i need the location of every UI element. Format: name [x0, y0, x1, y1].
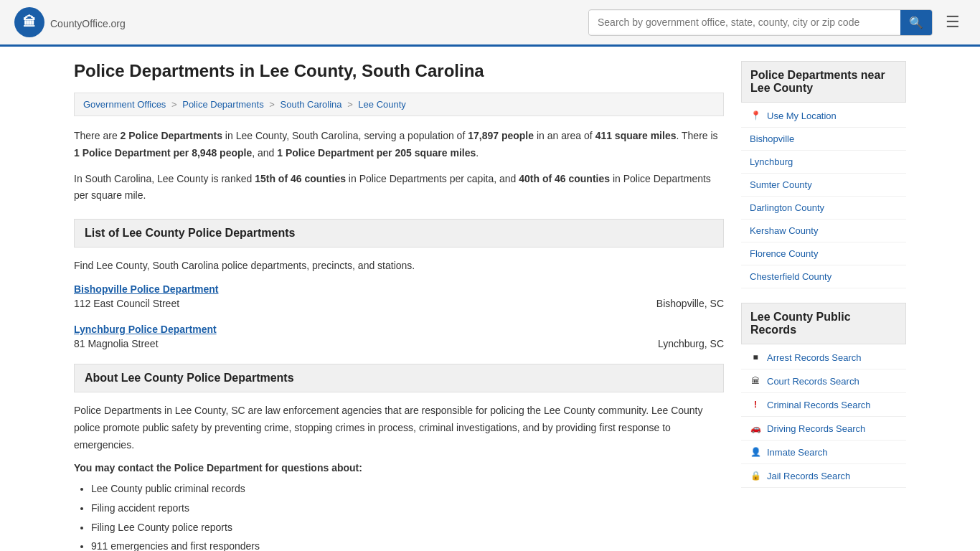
inmate-search-icon: 👤	[750, 446, 761, 458]
criminal-records-icon: !	[750, 399, 761, 410]
menu-button[interactable]: ☰	[940, 10, 966, 34]
breadcrumb-police-departments[interactable]: Police Departments	[182, 99, 263, 110]
contact-item-3: Filing Lee County police reports	[91, 518, 724, 537]
logo-area: 🏛 CountyOffice.org	[14, 7, 126, 37]
contact-item-2: Filing accident reports	[91, 499, 724, 518]
dept-lynchburg-city: Lynchburg, SC	[658, 338, 724, 349]
site-header: 🏛 CountyOffice.org 🔍 ☰	[0, 0, 980, 47]
dept-bishopville: Bishopville Police Department 112 East C…	[74, 283, 724, 309]
breadcrumb-south-carolina[interactable]: South Carolina	[281, 99, 342, 110]
driving-records-label: Driving Records Search	[767, 423, 865, 434]
logo-text: CountyOffice.org	[50, 14, 126, 31]
page-title: Police Departments in Lee County, South …	[74, 61, 724, 81]
breadcrumb-lee-county[interactable]: Lee County	[358, 99, 406, 110]
sidebar-court-records[interactable]: 🏛 Court Records Search	[741, 369, 906, 393]
dept-lynchburg-link[interactable]: Lynchburg Police Department	[74, 324, 724, 335]
sidebar-item-sumter-county[interactable]: Sumter County	[741, 174, 906, 197]
breadcrumb: Government Offices > Police Departments …	[74, 93, 724, 116]
driving-records-icon: 🚗	[750, 423, 761, 434]
dept-bishopville-link[interactable]: Bishopville Police Department	[74, 283, 724, 295]
list-section-header: List of Lee County Police Departments	[74, 219, 724, 248]
jail-records-label: Jail Records Search	[767, 471, 850, 481]
dept-bishopville-row: 112 East Council Street Bishopville, SC	[74, 298, 724, 309]
sidebar-lynchburg-label: Lynchburg	[750, 156, 793, 167]
sidebar-jail-records[interactable]: 🔒 Jail Records Search	[741, 464, 906, 488]
sidebar-item-lynchburg[interactable]: Lynchburg	[741, 151, 906, 174]
sidebar-use-my-location[interactable]: 📍 Use My Location	[741, 104, 906, 128]
dept-lynchburg-row: 81 Magnolia Street Lynchburg, SC	[74, 338, 724, 349]
content-area: Police Departments in Lee County, South …	[74, 61, 724, 551]
sidebar-item-chesterfield-county[interactable]: Chesterfield County	[741, 265, 906, 288]
dept-bishopville-address: 112 East Council Street	[74, 298, 179, 309]
rank-sqmi: 40th of 46 counties	[519, 173, 610, 184]
dept-lynchburg-address: 81 Magnolia Street	[74, 338, 159, 349]
search-input[interactable]	[589, 11, 900, 34]
arrest-records-icon: ■	[750, 352, 761, 363]
sidebar-item-bishopville[interactable]: Bishopville	[741, 128, 906, 151]
sidebar-driving-records[interactable]: 🚗 Driving Records Search	[741, 417, 906, 441]
breadcrumb-sep-1: >	[171, 99, 179, 110]
population: 17,897 people	[468, 130, 534, 141]
jail-records-icon: 🔒	[750, 470, 761, 481]
search-button[interactable]: 🔍	[900, 10, 932, 35]
sidebar-darlington-county-label: Darlington County	[750, 202, 824, 213]
criminal-records-label: Criminal Records Search	[767, 400, 871, 410]
logo-main: CountyOffice	[50, 18, 108, 29]
per-sqmi: 1 Police Department per 205 square miles	[277, 147, 476, 159]
court-records-icon: 🏛	[750, 375, 761, 387]
breadcrumb-sep-3: >	[347, 99, 355, 110]
public-records-section: Lee County Public Records ■ Arrest Recor…	[741, 303, 906, 488]
rank-capita: 15th of 46 counties	[255, 173, 346, 184]
sidebar-item-kershaw-county[interactable]: Kershaw County	[741, 220, 906, 242]
per-capita: 1 Police Department per 8,948 people	[74, 147, 252, 159]
sidebar-sumter-county-label: Sumter County	[750, 179, 812, 190]
sidebar-criminal-records[interactable]: ! Criminal Records Search	[741, 393, 906, 417]
court-records-label: Court Records Search	[767, 376, 859, 387]
about-section-header: About Lee County Police Departments	[74, 364, 724, 392]
contact-item-1: Lee County public criminal records	[91, 479, 724, 499]
use-my-location-label: Use My Location	[767, 110, 837, 121]
nearby-title: Police Departments near Lee County	[741, 61, 906, 103]
sidebar-kershaw-county-label: Kershaw County	[750, 225, 818, 236]
public-records-title: Lee County Public Records	[741, 303, 906, 344]
contact-item-4: 911 emergencies and first responders	[91, 537, 724, 551]
contact-list: Lee County public criminal records Filin…	[74, 479, 724, 551]
sidebar-inmate-search[interactable]: 👤 Inmate Search	[741, 441, 906, 464]
dept-count: 2 Police Departments	[121, 130, 222, 141]
dept-lynchburg: Lynchburg Police Department 81 Magnolia …	[74, 324, 724, 349]
list-description: Find Lee County, South Carolina police d…	[74, 258, 724, 275]
nearby-section: Police Departments near Lee County 📍 Use…	[741, 61, 906, 288]
arrest-records-label: Arrest Records Search	[767, 352, 862, 363]
rank-paragraph: In South Carolina, Lee County is ranked …	[74, 171, 724, 205]
breadcrumb-government-offices[interactable]: Government Offices	[83, 99, 166, 110]
main-container: Police Departments in Lee County, South …	[60, 47, 920, 551]
breadcrumb-sep-2: >	[269, 99, 277, 110]
sidebar-item-florence-county[interactable]: Florence County	[741, 242, 906, 265]
sidebar-item-darlington-county[interactable]: Darlington County	[741, 197, 906, 220]
contact-header: You may contact the Police Department fo…	[74, 462, 724, 474]
sidebar-florence-county-label: Florence County	[750, 248, 818, 259]
logo-icon: 🏛	[14, 7, 44, 37]
sidebar: Police Departments near Lee County 📍 Use…	[741, 61, 906, 551]
search-bar: 🔍	[588, 9, 933, 36]
dept-bishopville-city: Bishopville, SC	[656, 298, 724, 309]
about-body: Police Departments in Lee County, SC are…	[74, 402, 724, 453]
area: 411 square miles	[595, 130, 677, 141]
info-paragraph: There are 2 Police Departments in Lee Co…	[74, 128, 724, 162]
location-icon: 📍	[750, 110, 761, 121]
sidebar-arrest-records[interactable]: ■ Arrest Records Search	[741, 346, 906, 369]
inmate-search-label: Inmate Search	[767, 447, 828, 458]
sidebar-chesterfield-county-label: Chesterfield County	[750, 271, 831, 282]
sidebar-bishopville-label: Bishopville	[750, 133, 794, 144]
header-right: 🔍 ☰	[588, 9, 966, 36]
logo-suffix: .org	[108, 18, 126, 29]
